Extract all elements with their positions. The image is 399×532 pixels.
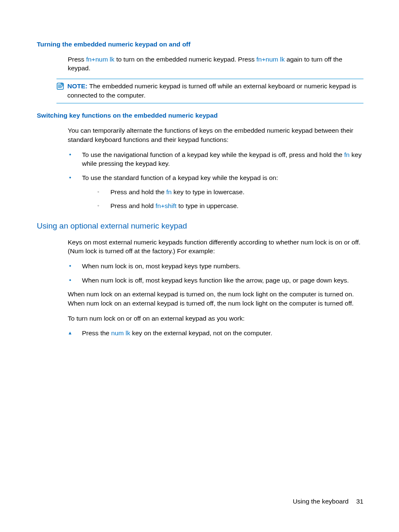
key-numlk: num lk: [111, 329, 130, 337]
heading-switching-functions: Switching key functions on the embedded …: [37, 111, 363, 120]
list-item: To use the navigational function of a ke…: [68, 150, 363, 168]
text-std: To use the standard function of a keypad…: [82, 174, 278, 181]
text-press-mid: to turn on the embedded numeric keypad. …: [115, 56, 256, 63]
list-item: When num lock is on, most keypad keys ty…: [68, 262, 363, 271]
page-footer: Using the keyboard 31: [293, 497, 363, 506]
text-lower-pre: Press and hold the: [110, 188, 166, 195]
text-press-pre: Press: [68, 56, 86, 63]
key-fn: fn: [344, 151, 350, 158]
text-tri-pre: Press the: [82, 329, 111, 337]
list-item: When num lock is off, most keypad keys f…: [68, 276, 363, 285]
list-item: Press and hold fn+shift to type in upper…: [96, 201, 363, 211]
note-label: NOTE:: [67, 82, 87, 90]
note-icon: [56, 82, 65, 93]
paragraph-press-fn-numlk: Press fn+num lk to turn on the embedded …: [68, 55, 363, 73]
list-item: To use the standard function of a keypad…: [68, 173, 363, 211]
triangle-list: Press the num lk key on the external key…: [68, 329, 363, 338]
heading-external-keypad: Using an optional external numeric keypa…: [37, 221, 363, 232]
key-fn-lower: fn: [166, 188, 172, 195]
list-item: Press the num lk key on the external key…: [68, 329, 363, 338]
note-content: NOTE: The embedded numeric keypad is tur…: [67, 82, 363, 100]
heading-turning-keypad: Turning the embedded numeric keypad on a…: [37, 40, 363, 49]
text-upper-post: to type in uppercase.: [176, 202, 238, 209]
key-fnshift: fn+shift: [156, 202, 176, 209]
paragraph-ext-intro: Keys on most external numeric keypads fu…: [68, 238, 363, 256]
sub-bullet-list: Press and hold the fn key to type in low…: [96, 188, 363, 211]
text-lower-post: key to type in lowercase.: [172, 188, 245, 195]
key-fn-numlk: fn+num lk: [86, 56, 115, 63]
bullet-list-external: When num lock is on, most keypad keys ty…: [68, 262, 363, 285]
text-upper-pre: Press and hold: [110, 202, 156, 209]
key-fn-numlk-again: fn+num lk: [256, 56, 285, 63]
list-item: Press and hold the fn key to type in low…: [96, 188, 363, 197]
footer-page-number: 31: [356, 498, 363, 505]
text-tri-post: key on the external keypad, not on the c…: [130, 329, 272, 337]
paragraph-switch-intro: You can temporarily alternate the functi…: [68, 126, 363, 144]
text-nav-pre: To use the navigational function of a ke…: [82, 151, 344, 158]
paragraph-ext-toggle: To turn num lock on or off on an externa…: [68, 314, 363, 323]
document-page: Turning the embedded numeric keypad on a…: [0, 0, 399, 338]
paragraph-ext-light: When num lock on an external keypad is t…: [68, 290, 363, 308]
note-body: The embedded numeric keypad is turned of…: [67, 82, 356, 99]
footer-section-title: Using the keyboard: [293, 498, 349, 505]
bullet-list-switching: To use the navigational function of a ke…: [68, 150, 363, 211]
note-block: NOTE: The embedded numeric keypad is tur…: [56, 79, 363, 103]
